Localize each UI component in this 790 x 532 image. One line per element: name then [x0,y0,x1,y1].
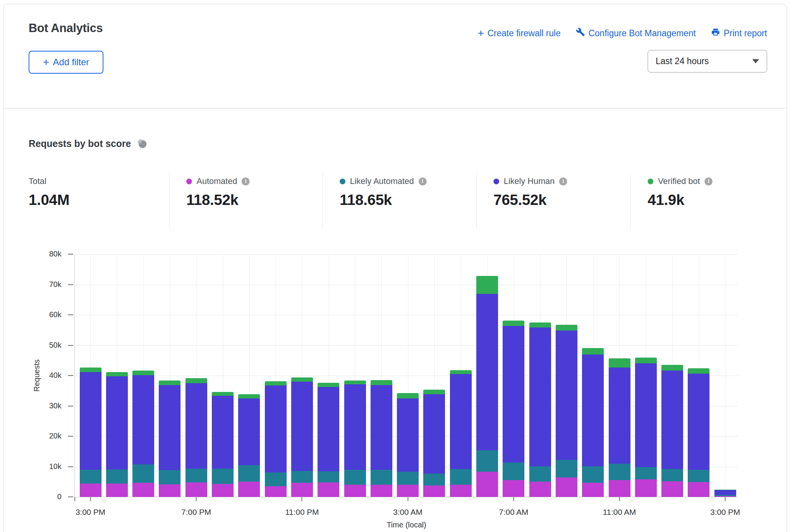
bar-segment-likely-automated[interactable] [503,463,524,480]
bar-segment-verified-bot[interactable] [159,380,181,385]
bar-segment-likely-human[interactable] [397,398,419,472]
bar-segment-automated[interactable] [132,483,154,497]
bar-segment-verified-bot[interactable] [132,371,154,376]
bar-segment-verified-bot[interactable] [556,325,577,330]
bar-segment-verified-bot[interactable] [476,276,498,294]
bar-segment-automated[interactable] [714,496,736,497]
bar-segment-likely-automated[interactable] [371,469,392,485]
info-icon[interactable]: i [559,177,567,185]
bar-segment-likely-human[interactable] [635,363,657,467]
bar-segment-verified-bot[interactable] [397,393,419,398]
bar-segment-likely-automated[interactable] [450,469,472,485]
bar-segment-verified-bot[interactable] [529,322,551,327]
bar-segment-automated[interactable] [185,482,207,497]
bar-segment-likely-human[interactable] [344,384,366,469]
bar-segment-automated[interactable] [265,486,287,497]
bar-segment-automated[interactable] [397,485,419,497]
bar-segment-likely-automated[interactable] [423,474,445,485]
bar-segment-likely-automated[interactable] [106,469,128,484]
bar-segment-automated[interactable] [371,485,392,497]
bar-segment-likely-human[interactable] [714,490,736,495]
print-report-link[interactable]: Print report [711,27,767,39]
bar-segment-likely-human[interactable] [238,398,260,465]
bar-segment-automated[interactable] [106,484,128,497]
configure-bot-management-link[interactable]: Configure Bot Management [576,27,696,39]
bar-segment-likely-automated[interactable] [238,465,260,482]
bar-segment-likely-human[interactable] [291,382,313,471]
bar-segment-likely-automated[interactable] [344,469,366,485]
create-firewall-rule-link[interactable]: + Create firewall rule [478,28,561,39]
bar-segment-likely-human[interactable] [106,376,128,469]
bar-segment-verified-bot[interactable] [344,380,366,384]
bar-segment-likely-automated[interactable] [529,466,551,482]
bar-segment-likely-human[interactable] [609,368,630,464]
info-icon[interactable]: i [705,177,713,185]
bar-segment-likely-human[interactable] [661,371,683,469]
time-range-dropdown[interactable]: Last 24 hours [648,50,767,73]
bar-segment-likely-human[interactable] [265,385,287,472]
bar-segment-likely-automated[interactable] [476,450,498,472]
bar-segment-automated[interactable] [80,484,102,497]
bar-segment-verified-bot[interactable] [238,394,260,398]
bar-segment-automated[interactable] [556,477,577,497]
bar-segment-automated[interactable] [661,481,683,497]
add-filter-button[interactable]: + Add filter [29,51,103,74]
bar-segment-likely-automated[interactable] [212,469,234,484]
bar-segment-likely-human[interactable] [582,355,604,466]
bar-segment-likely-human[interactable] [159,385,181,470]
bar-segment-likely-human[interactable] [476,294,498,450]
bar-segment-automated[interactable] [318,482,339,497]
bar-segment-automated[interactable] [423,485,445,497]
bar-segment-verified-bot[interactable] [318,383,339,387]
bar-segment-likely-human[interactable] [556,330,577,460]
bar-segment-verified-bot[interactable] [688,368,709,374]
bar-segment-likely-automated[interactable] [397,472,419,485]
bar-segment-verified-bot[interactable] [265,381,287,385]
bar-segment-automated[interactable] [212,484,234,497]
bar-segment-likely-human[interactable] [423,394,445,474]
info-icon[interactable]: i [419,177,427,185]
bar-segment-verified-bot[interactable] [714,490,736,490]
bar-segment-likely-human[interactable] [80,372,102,470]
bar-segment-verified-bot[interactable] [80,368,102,372]
bar-segment-likely-automated[interactable] [714,495,736,496]
bar-segment-likely-automated[interactable] [80,470,102,484]
bar-segment-verified-bot[interactable] [503,321,524,326]
bar-segment-verified-bot[interactable] [582,348,604,355]
bar-segment-likely-automated[interactable] [159,470,181,484]
bar-segment-likely-automated[interactable] [265,472,287,486]
bar-segment-verified-bot[interactable] [371,380,392,385]
bar-segment-likely-automated[interactable] [661,469,683,481]
bar-segment-automated[interactable] [450,485,472,497]
bar-segment-likely-human[interactable] [371,385,392,470]
bar-segment-likely-automated[interactable] [291,471,313,483]
bar-segment-verified-bot[interactable] [291,377,313,382]
bar-segment-automated[interactable] [688,482,709,497]
bar-segment-automated[interactable] [344,485,366,497]
bar-segment-automated[interactable] [529,482,551,497]
bar-segment-automated[interactable] [635,479,657,497]
bar-segment-likely-automated[interactable] [318,471,339,482]
bar-segment-likely-automated[interactable] [556,460,577,477]
info-icon[interactable]: i [242,177,250,185]
bar-segment-automated[interactable] [291,483,313,497]
bar-segment-likely-human[interactable] [132,375,154,464]
bar-segment-verified-bot[interactable] [106,372,128,376]
bar-segment-verified-bot[interactable] [185,378,207,383]
bar-segment-likely-automated[interactable] [635,467,657,479]
bar-segment-automated[interactable] [582,483,604,497]
bar-segment-verified-bot[interactable] [450,370,472,374]
bar-segment-likely-human[interactable] [318,387,339,471]
bar-segment-automated[interactable] [238,482,260,497]
bar-segment-likely-automated[interactable] [688,469,709,482]
bar-segment-verified-bot[interactable] [661,365,683,371]
bar-segment-likely-automated[interactable] [185,469,207,482]
bar-segment-likely-automated[interactable] [582,466,604,483]
bar-segment-verified-bot[interactable] [212,392,234,396]
bar-segment-likely-human[interactable] [450,374,472,469]
bar-segment-verified-bot[interactable] [423,390,445,394]
bar-segment-likely-human[interactable] [185,383,207,469]
bar-segment-automated[interactable] [476,472,498,497]
bar-segment-verified-bot[interactable] [609,358,630,367]
bar-segment-verified-bot[interactable] [635,358,657,363]
